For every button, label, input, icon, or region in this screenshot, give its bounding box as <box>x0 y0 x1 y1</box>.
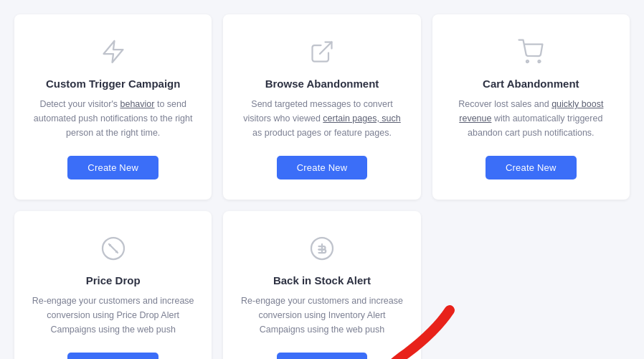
card-back-in-stock: Back in Stock Alert Re-engage your custo… <box>223 211 420 359</box>
create-new-custom-trigger-button[interactable]: Create New <box>67 156 158 180</box>
percent-icon <box>98 233 129 264</box>
card-browse-abandonment-title: Browse Abandonment <box>265 78 379 90</box>
card-price-drop-desc: Re-engage your customers and increase co… <box>32 294 194 337</box>
card-cart-abandonment-title: Cart Abandonment <box>483 78 579 90</box>
card-back-in-stock-title: Back in Stock Alert <box>273 274 371 286</box>
empty-cell <box>432 211 630 359</box>
card-custom-trigger: Custom Trigger Campaign Detect your visi… <box>14 14 212 200</box>
card-grid-row1: Custom Trigger Campaign Detect your visi… <box>14 14 630 200</box>
card-grid-row2: Price Drop Re-engage your customers and … <box>14 211 630 359</box>
card-custom-trigger-title: Custom Trigger Campaign <box>46 78 181 90</box>
create-new-back-in-stock-button[interactable]: Create New <box>277 353 368 359</box>
bolt-icon <box>98 36 129 67</box>
dollar-icon <box>306 233 338 264</box>
create-new-cart-abandonment-button[interactable]: Create New <box>486 156 577 180</box>
card-price-drop-title: Price Drop <box>86 274 141 286</box>
card-browse-abandonment-desc: Send targeted messages to convert visito… <box>240 97 403 140</box>
create-new-price-drop-button[interactable]: Create New <box>67 353 158 359</box>
svg-line-0 <box>320 42 332 55</box>
card-cart-abandonment-desc: Recover lost sales and quickly boost rev… <box>450 97 612 140</box>
card-browse-abandonment: Browse Abandonment Send targeted message… <box>223 14 420 200</box>
card-cart-abandonment: Cart Abandonment Recover lost sales and … <box>432 14 630 200</box>
card-price-drop: Price Drop Re-engage your customers and … <box>14 211 212 359</box>
svg-point-2 <box>539 60 541 62</box>
card-custom-trigger-desc: Detect your visitor's behavior to send a… <box>32 97 194 140</box>
svg-point-1 <box>526 60 529 62</box>
cart-icon <box>515 36 546 67</box>
external-link-icon <box>306 36 338 67</box>
card-back-in-stock-desc: Re-engage your customers and increase co… <box>240 294 403 337</box>
create-new-browse-abandonment-button[interactable]: Create New <box>277 156 368 180</box>
